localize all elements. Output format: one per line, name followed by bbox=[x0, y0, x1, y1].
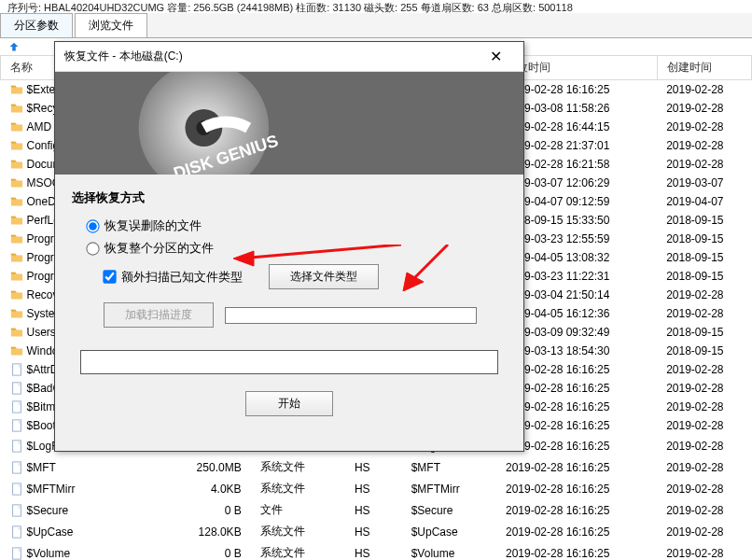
folder-icon bbox=[10, 251, 23, 264]
file-size: 0 B bbox=[175, 499, 251, 521]
folder-icon bbox=[10, 344, 23, 357]
file-created: 2018-09-15 bbox=[657, 323, 751, 342]
dialog-banner: DISK GENIUS bbox=[55, 72, 523, 175]
table-row[interactable]: $MFTMirr4.0KB系统文件HS$MFTMirr2019-02-28 16… bbox=[1, 478, 752, 499]
tab-partition-params[interactable]: 分区参数 bbox=[0, 13, 73, 37]
file-created: 2019-02-28 bbox=[657, 136, 751, 155]
file-size: 4.0KB bbox=[175, 478, 251, 499]
radio-recover-deleted[interactable]: 恢复误删除的文件 bbox=[87, 217, 507, 234]
folder-icon bbox=[10, 139, 23, 152]
file-created: 2018-09-15 bbox=[657, 248, 751, 267]
load-scan-progress-button: 加载扫描进度 bbox=[104, 302, 214, 328]
file-name-text: $Boot bbox=[27, 419, 56, 432]
table-row[interactable]: $MFT250.0MB系统文件HS$MFT2019-02-28 16:16:25… bbox=[1, 456, 752, 478]
file-created: 2019-04-07 bbox=[657, 192, 751, 211]
info-bar: 序列号: HBAL40204UHD32CUMG 容量: 256.5GB (244… bbox=[0, 0, 752, 13]
folder-icon bbox=[10, 326, 23, 339]
file-icon bbox=[10, 400, 23, 413]
file-type: 系统文件 bbox=[251, 521, 345, 542]
file-created: 2019-02-28 bbox=[657, 379, 751, 398]
arrow-up-icon bbox=[7, 40, 21, 53]
folder-icon bbox=[10, 120, 23, 133]
file-created: 2019-02-28 bbox=[657, 155, 751, 174]
file-icon bbox=[10, 419, 23, 432]
folder-icon bbox=[10, 83, 23, 96]
file-created: 2019-02-28 bbox=[657, 80, 751, 100]
folder-icon bbox=[10, 176, 23, 189]
file-name-text: $Volume bbox=[27, 547, 71, 560]
radio-partition-input[interactable] bbox=[86, 242, 99, 255]
start-button[interactable]: 开始 bbox=[245, 391, 333, 416]
file-icon bbox=[10, 504, 23, 517]
file-created: 2019-02-28 bbox=[657, 499, 751, 521]
file-name-text: $UpCase bbox=[27, 525, 74, 539]
close-icon[interactable]: ✕ bbox=[477, 48, 514, 65]
radio-partition-label: 恢复整个分区的文件 bbox=[104, 240, 214, 257]
folder-icon bbox=[10, 158, 23, 171]
file-attr: HS bbox=[345, 542, 402, 560]
svg-rect-10 bbox=[55, 72, 523, 175]
radio-deleted-input[interactable] bbox=[86, 219, 99, 232]
file-modified: 2019-02-28 16:16:25 bbox=[496, 478, 657, 499]
file-short: $MFT bbox=[402, 456, 496, 478]
file-short: $MFTMirr bbox=[402, 478, 496, 499]
file-icon bbox=[10, 440, 23, 453]
check-extra-scan-label: 额外扫描已知文件类型 bbox=[121, 269, 243, 286]
select-filetypes-button[interactable]: 选择文件类型 bbox=[269, 264, 379, 289]
file-created: 2019-02-28 bbox=[657, 456, 751, 478]
file-created: 2019-02-28 bbox=[657, 118, 751, 136]
folder-icon bbox=[10, 232, 23, 245]
file-created: 2019-02-28 bbox=[657, 360, 751, 379]
folder-icon bbox=[10, 214, 23, 227]
file-name-text: Users bbox=[27, 326, 56, 339]
folder-icon bbox=[10, 270, 23, 283]
file-modified: 2019-02-28 16:16:25 bbox=[496, 542, 657, 560]
file-type: 系统文件 bbox=[251, 542, 345, 560]
table-row[interactable]: $UpCase128.0KB系统文件HS$UpCase2019-02-28 16… bbox=[1, 521, 752, 542]
radio-deleted-label: 恢复误删除的文件 bbox=[104, 217, 202, 234]
file-short: $Volume bbox=[402, 542, 496, 560]
file-icon bbox=[10, 483, 23, 496]
file-created: 2019-02-28 bbox=[657, 521, 751, 542]
file-name-text: $MFT bbox=[27, 461, 56, 474]
file-created: 2019-02-28 bbox=[657, 99, 751, 118]
table-row[interactable]: $Secure0 B文件HS$Secure2019-02-28 16:16:25… bbox=[1, 499, 752, 521]
file-name-text: AMD bbox=[27, 120, 52, 133]
file-created: 2019-02-28 bbox=[657, 416, 751, 435]
radio-recover-partition[interactable]: 恢复整个分区的文件 bbox=[87, 240, 507, 257]
file-type: 系统文件 bbox=[251, 478, 345, 499]
path-input[interactable] bbox=[80, 350, 498, 374]
file-attr: HS bbox=[345, 478, 402, 499]
file-modified: 2019-02-28 16:16:25 bbox=[496, 499, 657, 521]
file-icon bbox=[10, 461, 23, 474]
file-created: 2019-02-28 bbox=[657, 304, 751, 323]
file-name-text: $MFTMirr bbox=[27, 483, 76, 496]
file-attr: HS bbox=[345, 499, 402, 521]
check-extra-scan-input[interactable] bbox=[103, 270, 116, 283]
file-short: $Secure bbox=[402, 499, 496, 521]
file-icon bbox=[10, 547, 23, 560]
folder-icon bbox=[10, 195, 23, 208]
file-created: 2019-02-28 bbox=[657, 542, 751, 560]
file-created: 2018-09-15 bbox=[657, 211, 751, 230]
file-created: 2019-02-28 bbox=[657, 478, 751, 499]
file-icon bbox=[10, 525, 23, 539]
file-size: 128.0KB bbox=[175, 521, 251, 542]
tabs: 分区参数 浏览文件 bbox=[0, 13, 752, 38]
folder-icon bbox=[10, 288, 23, 301]
folder-icon bbox=[10, 307, 23, 320]
file-icon bbox=[10, 363, 23, 376]
file-name-text: $Secure bbox=[27, 504, 69, 517]
file-modified: 2019-02-28 16:16:25 bbox=[496, 456, 657, 478]
table-row[interactable]: $Volume0 B系统文件HS$Volume2019-02-28 16:16:… bbox=[1, 542, 752, 560]
col-created[interactable]: 创建时间 bbox=[657, 56, 751, 80]
tab-browse-files[interactable]: 浏览文件 bbox=[75, 13, 147, 37]
file-created: 2019-02-28 bbox=[657, 286, 751, 304]
file-created: 2019-02-28 bbox=[657, 398, 751, 416]
file-short: $UpCase bbox=[402, 521, 496, 542]
progress-bar bbox=[225, 307, 477, 324]
file-size: 250.0MB bbox=[175, 456, 251, 478]
file-created: 2019-02-28 bbox=[657, 435, 751, 456]
file-attr: HS bbox=[345, 521, 402, 542]
check-extra-scan[interactable]: 额外扫描已知文件类型 bbox=[104, 269, 243, 286]
